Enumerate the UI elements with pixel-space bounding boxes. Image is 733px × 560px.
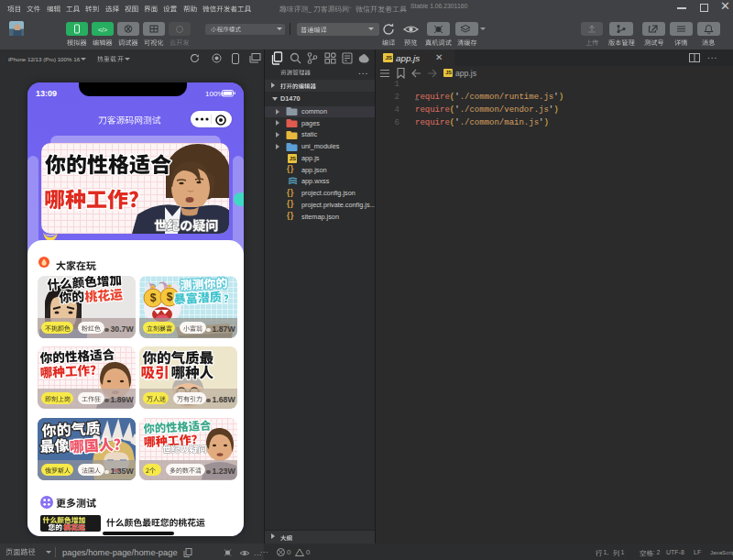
svg-text:$: $ xyxy=(150,291,157,304)
svg-text:</>: </> xyxy=(98,27,107,33)
